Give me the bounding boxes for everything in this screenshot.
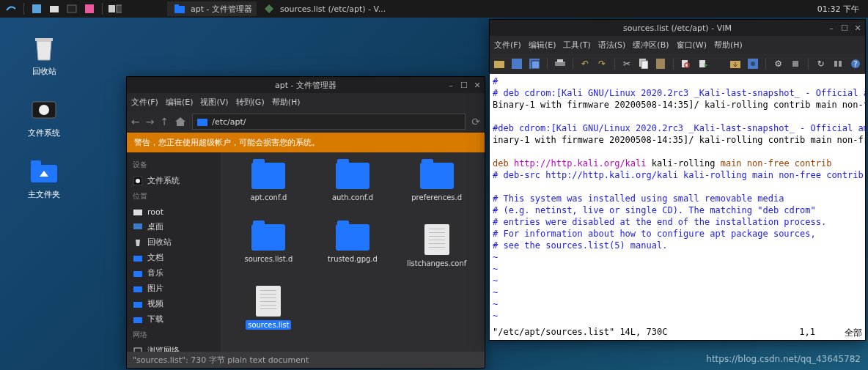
workspace-switcher-icon[interactable] xyxy=(108,2,122,15)
nav-up-icon[interactable]: ↑ xyxy=(160,116,169,127)
sidebar-item-filesystem[interactable]: 文件系统 xyxy=(127,173,221,188)
folder-icon xyxy=(173,2,186,15)
menu-window[interactable]: 窗口(W) xyxy=(677,40,707,51)
status-text: "sources.list": 730 字节 plain text docume… xyxy=(133,355,309,366)
fm-menubar: 文件(F) 编辑(E) 视图(V) 转到(G) 帮助(H) xyxy=(127,93,485,111)
disk-icon xyxy=(133,176,143,186)
tag-icon[interactable] xyxy=(833,58,843,70)
minimize-button[interactable]: – xyxy=(827,23,836,32)
save-icon[interactable] xyxy=(512,58,522,70)
desktop-trash[interactable]: 回收站 xyxy=(21,34,67,77)
vim-status-percent: 全部 xyxy=(845,327,862,339)
vim-title: sources.list (/etc/apt) - VIM xyxy=(623,23,732,33)
refresh-icon[interactable]: ⟳ xyxy=(471,116,480,127)
svg-rect-36 xyxy=(699,60,705,67)
sidebar-item-music[interactable]: 音乐 xyxy=(127,265,221,281)
menu-view[interactable]: 视图(V) xyxy=(200,97,228,108)
session-load-icon[interactable] xyxy=(730,58,740,70)
menu-help[interactable]: 帮助(H) xyxy=(272,97,301,108)
vim-status-pos: 1,1 xyxy=(799,327,815,339)
folder-item[interactable]: sources.list.d xyxy=(227,224,311,283)
svg-rect-33 xyxy=(656,59,665,69)
open-icon[interactable] xyxy=(494,58,504,70)
files-launcher-icon[interactable] xyxy=(48,2,61,15)
desktop-home[interactable]: 主文件夹 xyxy=(21,157,67,200)
undo-icon[interactable]: ↶ xyxy=(581,58,590,70)
make-icon[interactable] xyxy=(790,58,801,70)
menu-edit[interactable]: 编辑(E) xyxy=(529,40,556,51)
findnext-icon[interactable] xyxy=(698,58,708,70)
folder-item[interactable]: trusted.gpg.d xyxy=(311,224,395,283)
fm-titlebar[interactable]: apt - 文件管理器 – ☐ ✕ xyxy=(127,77,485,93)
sidebar-item-downloads[interactable]: 下载 xyxy=(127,311,221,327)
redo-icon[interactable]: ↷ xyxy=(597,58,607,70)
svg-rect-17 xyxy=(133,210,142,215)
session-save-icon[interactable] xyxy=(748,58,758,70)
cut-icon[interactable]: ✂ xyxy=(622,58,632,70)
separator xyxy=(23,3,24,15)
nav-home-icon[interactable] xyxy=(174,116,186,127)
menu-file[interactable]: 文件(F) xyxy=(131,97,158,108)
nav-back-icon[interactable]: ← xyxy=(131,116,140,127)
menu-help[interactable]: 帮助(H) xyxy=(714,40,743,51)
terminal-launcher-icon[interactable] xyxy=(65,2,78,15)
run-icon[interactable]: ⚙ xyxy=(773,58,783,70)
sidebar-item-videos[interactable]: 视频 xyxy=(127,296,221,311)
desktop-filesystem[interactable]: 文件系统 xyxy=(21,95,67,138)
svg-rect-30 xyxy=(557,59,563,62)
kali-menu-icon[interactable] xyxy=(4,2,18,15)
sidebar-item-trash[interactable]: 回收站 xyxy=(127,234,221,250)
svg-rect-13 xyxy=(31,160,41,166)
sidebar-item-root[interactable]: root xyxy=(127,204,221,219)
sidebar-item-desktop[interactable]: 桌面 xyxy=(127,219,221,234)
file-item[interactable]: listchanges.conf xyxy=(394,224,479,283)
vim-statusline: "/etc/apt/sources.list" 14L, 730C 1,1 全部 xyxy=(490,326,865,340)
svg-rect-28 xyxy=(532,61,540,69)
file-grid[interactable]: apt.conf.d auth.conf.d preferences.d sou… xyxy=(221,152,485,352)
show-desktop-icon[interactable] xyxy=(30,2,43,15)
menu-syntax[interactable]: 语法(S) xyxy=(598,40,626,51)
taskbar-app-vim[interactable]: sources.list (/etc/apt) - V... xyxy=(257,1,390,16)
vim-editor[interactable]: # # deb cdrom:[Kali GNU/Linux 2020.2rc3 … xyxy=(490,74,865,326)
menu-tools[interactable]: 工具(T) xyxy=(563,40,590,51)
menu-buffers[interactable]: 缓冲区(B) xyxy=(633,40,669,51)
folder-item[interactable]: preferences.d xyxy=(394,163,479,221)
folder-item[interactable]: apt.conf.d xyxy=(227,163,311,221)
app-launcher-icon[interactable] xyxy=(83,2,96,15)
file-item-selected[interactable]: sources.list xyxy=(227,286,311,344)
sidebar-head-places: 位置 xyxy=(127,188,221,204)
sidebar-item-browse-network[interactable]: 浏览网络 xyxy=(127,343,221,352)
separator xyxy=(808,58,809,70)
sidebar-item-pictures[interactable]: 图片 xyxy=(127,281,221,296)
maximize-button[interactable]: ☐ xyxy=(460,81,468,89)
clock[interactable]: 01:32 下午 xyxy=(817,4,865,15)
close-button[interactable]: ✕ xyxy=(853,23,862,32)
svg-rect-21 xyxy=(133,286,142,292)
svg-text:?: ? xyxy=(853,60,857,68)
path-input[interactable]: /etc/apt/ xyxy=(192,114,466,130)
maximize-button[interactable]: ☐ xyxy=(840,23,849,32)
menu-go[interactable]: 转到(G) xyxy=(236,97,265,108)
svg-rect-42 xyxy=(839,61,842,67)
shell-icon[interactable]: ↻ xyxy=(816,58,825,70)
close-button[interactable]: ✕ xyxy=(473,81,482,89)
print-icon[interactable] xyxy=(555,58,565,70)
paste-icon[interactable] xyxy=(656,58,666,70)
saveall-icon[interactable] xyxy=(529,58,540,70)
copy-icon[interactable] xyxy=(639,58,649,70)
taskbar-app-filemanager[interactable]: apt - 文件管理器 xyxy=(167,1,257,16)
watermark: https://blog.csdn.net/qq_43645782 xyxy=(706,354,861,364)
vim-titlebar[interactable]: sources.list (/etc/apt) - VIM – ☐ ✕ xyxy=(490,20,865,36)
minimize-button[interactable]: – xyxy=(446,81,455,89)
menu-edit[interactable]: 编辑(E) xyxy=(166,97,194,108)
fm-toolbar: ← → ↑ /etc/apt/ ⟳ xyxy=(127,111,485,133)
separator xyxy=(102,3,103,15)
folder-item[interactable]: auth.conf.d xyxy=(311,163,395,221)
nav-forward-icon[interactable]: → xyxy=(146,116,155,127)
help-icon[interactable]: ? xyxy=(850,58,861,70)
separator xyxy=(573,58,573,70)
menu-file[interactable]: 文件(F) xyxy=(494,40,521,51)
find-icon[interactable] xyxy=(680,58,691,70)
sidebar-item-documents[interactable]: 文档 xyxy=(127,250,221,265)
network-icon xyxy=(133,346,143,352)
